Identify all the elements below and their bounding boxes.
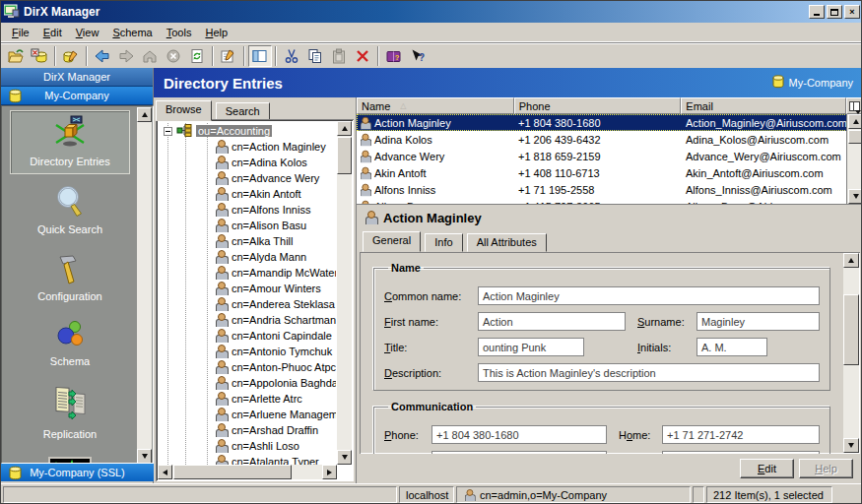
context-help-icon[interactable]: ? bbox=[406, 45, 430, 67]
tree-node-label: cn=Alyda Mann bbox=[232, 251, 306, 263]
home-field[interactable]: +1 71 271-2742 bbox=[662, 425, 820, 444]
help-book-icon[interactable]: ? bbox=[382, 45, 406, 67]
tree-node[interactable]: cn=Alison Basu bbox=[160, 218, 336, 233]
delete-icon[interactable] bbox=[351, 45, 374, 67]
title-field[interactable]: ounting Punk bbox=[478, 338, 584, 356]
table-row[interactable]: Advance Wery +1 818 659-2159 Advance_Wer… bbox=[357, 148, 862, 164]
copy-icon[interactable] bbox=[303, 45, 327, 67]
sidebar-scrollbar[interactable] bbox=[137, 107, 152, 464]
scroll-up-button[interactable] bbox=[848, 114, 862, 129]
sidebar-item-statistics[interactable] bbox=[10, 453, 130, 464]
scroll-down-button[interactable] bbox=[137, 449, 152, 464]
toggle-tree-view-icon[interactable] bbox=[248, 45, 272, 67]
tree-node[interactable]: cn=Anderea Steklasa bbox=[160, 296, 336, 312]
collapse-icon[interactable] bbox=[164, 127, 172, 136]
menu-view[interactable]: View bbox=[69, 25, 106, 40]
tree-node-label: cn=Appolonia Baghdad bbox=[232, 377, 336, 389]
scroll-up-button[interactable] bbox=[137, 107, 152, 122]
table-row[interactable]: Akin Antoft +1 408 110-6713 Akin_Antoft@… bbox=[357, 164, 862, 181]
sidebar-item-schema[interactable]: Schema bbox=[10, 315, 130, 373]
tree-node[interactable]: cn=Andria Schartmann bbox=[160, 312, 336, 328]
sidebar-connection-ssl[interactable]: My-Company (SSL) bbox=[1, 464, 154, 481]
scroll-down-button[interactable] bbox=[337, 450, 352, 465]
tree-node[interactable]: cn=Amandip McWater bbox=[160, 265, 336, 281]
tree-node[interactable]: cn=Arshad Draffin bbox=[160, 422, 336, 438]
tree-node-label: cn=Akin Antoft bbox=[232, 188, 301, 200]
tree-node[interactable]: cn=Arluene Managem bbox=[160, 407, 336, 422]
description-field[interactable]: This is Action Maginley's description bbox=[478, 363, 820, 382]
title-bar[interactable]: DirX Manager × bbox=[1, 1, 862, 23]
tree-node[interactable]: cn=Amour Winters bbox=[160, 281, 336, 296]
edit-button[interactable]: Edit bbox=[740, 459, 794, 478]
tree-node[interactable]: cn=Antoni Capindale bbox=[160, 328, 336, 344]
tree-node[interactable]: cn=Arlette Atrc bbox=[160, 391, 336, 407]
cut-icon[interactable] bbox=[280, 45, 303, 67]
column-header-phone[interactable]: Phone bbox=[514, 97, 682, 114]
scroll-down-button[interactable] bbox=[843, 438, 859, 453]
close-button[interactable]: × bbox=[844, 5, 860, 19]
tree-node[interactable]: cn=Advance Wery bbox=[160, 170, 336, 186]
tree-node-root[interactable]: ou=Accounting bbox=[160, 123, 336, 139]
edit-connection-icon[interactable] bbox=[59, 45, 83, 67]
tab-browse[interactable]: Browse bbox=[156, 100, 212, 121]
tab-info[interactable]: Info bbox=[425, 233, 462, 252]
table-row[interactable]: Adina Kolos +1 206 439-6432 Adina_Kolos@… bbox=[357, 131, 862, 148]
tree-horizontal-scrollbar[interactable] bbox=[158, 465, 337, 479]
properties-icon[interactable] bbox=[217, 45, 240, 67]
tree-node[interactable]: cn=Antonio Tymchuk bbox=[160, 344, 336, 359]
scroll-thumb[interactable] bbox=[173, 465, 292, 479]
scroll-down-button[interactable] bbox=[848, 189, 862, 204]
column-header-name[interactable]: Name△ bbox=[357, 97, 514, 114]
sidebar-item-configuration[interactable]: Configuration bbox=[10, 248, 130, 308]
tree-node[interactable]: cn=Alka Thill bbox=[160, 233, 336, 249]
bind-directory-icon[interactable] bbox=[4, 45, 28, 67]
tree-node[interactable]: cn=Appolonia Baghdad bbox=[160, 375, 336, 391]
maximize-button[interactable] bbox=[827, 5, 842, 19]
menu-edit[interactable]: Edit bbox=[36, 25, 69, 40]
tree-node[interactable]: cn=Atalanta Typer bbox=[160, 454, 336, 465]
menu-file[interactable]: File bbox=[5, 25, 36, 40]
menu-tools[interactable]: Tools bbox=[160, 25, 199, 40]
column-header-email[interactable]: Email bbox=[681, 97, 846, 114]
list-vertical-scrollbar[interactable] bbox=[846, 114, 862, 204]
sidebar-item-directory-entries[interactable]: Directory Entries bbox=[10, 110, 130, 174]
phone-field[interactable]: +1 804 380-1680 bbox=[431, 425, 607, 444]
scroll-thumb[interactable] bbox=[843, 294, 859, 365]
home-label: Home: bbox=[619, 429, 662, 441]
minimize-button[interactable] bbox=[809, 5, 825, 19]
scroll-up-button[interactable] bbox=[337, 121, 352, 136]
scroll-thumb[interactable] bbox=[848, 130, 862, 144]
tree-node[interactable]: cn=Action Maginley bbox=[160, 139, 336, 155]
tree-vertical-scrollbar[interactable] bbox=[337, 121, 352, 465]
tab-general[interactable]: General bbox=[363, 231, 421, 252]
form-row: Phone: +1 804 380-1680 Home: +1 71 271-2… bbox=[384, 425, 820, 444]
back-icon[interactable] bbox=[91, 45, 114, 67]
scroll-left-button[interactable] bbox=[158, 465, 172, 479]
initials-field[interactable]: A. M. bbox=[696, 338, 767, 356]
tree-node[interactable]: cn=Akin Antoft bbox=[160, 186, 336, 202]
table-row[interactable]: Alfons Inniss +1 71 195-2558 Alfons_Inni… bbox=[357, 181, 862, 198]
unbind-directory-icon[interactable] bbox=[28, 45, 51, 67]
tree-node[interactable]: cn=Alyda Mann bbox=[160, 249, 336, 265]
common-name-field[interactable]: Action Maginley bbox=[478, 286, 820, 305]
sidebar-group-header[interactable]: DirX Manager bbox=[1, 68, 153, 87]
tab-all-attributes[interactable]: All Attributes bbox=[467, 233, 547, 252]
sidebar-item-quick-search[interactable]: Quick Search bbox=[10, 181, 130, 241]
tree-node[interactable]: cn=Alfons Inniss bbox=[160, 202, 336, 218]
scroll-thumb[interactable] bbox=[337, 137, 352, 174]
sidebar-connection-header[interactable]: My-Company bbox=[1, 87, 153, 105]
column-picker-button[interactable] bbox=[846, 97, 862, 114]
tree-node[interactable]: cn=Ashli Loso bbox=[160, 438, 336, 454]
detail-vertical-scrollbar[interactable] bbox=[843, 253, 859, 453]
first-name-field[interactable]: Action bbox=[478, 312, 626, 331]
tree-node[interactable]: cn=Anton-Phuoc Atpco bbox=[160, 359, 336, 375]
table-row[interactable]: Action Maginley +1 804 380-1680 Action_M… bbox=[357, 114, 862, 131]
scroll-right-button[interactable] bbox=[322, 465, 337, 479]
surname-field[interactable]: Maginley bbox=[696, 312, 820, 331]
tree-node[interactable]: cn=Adina Kolos bbox=[160, 155, 336, 170]
scroll-up-button[interactable] bbox=[843, 253, 859, 268]
menu-help[interactable]: Help bbox=[198, 25, 234, 40]
menu-schema[interactable]: Schema bbox=[105, 25, 159, 40]
refresh-icon[interactable] bbox=[185, 45, 209, 67]
sidebar-item-replication[interactable]: Replication bbox=[10, 380, 130, 446]
